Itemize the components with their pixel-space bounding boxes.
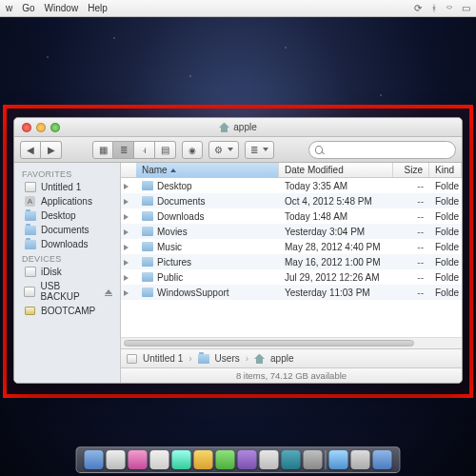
battery-icon[interactable]: ▭ <box>462 3 470 13</box>
table-row[interactable]: PublicJul 29, 2012 12:26 AM--Folde <box>121 269 462 285</box>
table-row[interactable]: DesktopToday 3:35 AM--Folde <box>121 178 462 193</box>
close-button[interactable] <box>22 123 31 132</box>
quicklook-button[interactable] <box>182 141 203 159</box>
disclosure-triangle-icon[interactable] <box>124 199 129 205</box>
menu-item[interactable]: w <box>6 3 12 13</box>
view-switcher: ▦ ≣ ⫞ ▤ <box>92 141 176 159</box>
column-size[interactable]: Size <box>393 163 429 177</box>
dock-item[interactable] <box>216 450 235 469</box>
back-button[interactable]: ◀ <box>20 141 41 159</box>
file-date: Oct 4, 2012 5:48 PM <box>279 196 393 207</box>
sidebar-heading-devices: DEVICES <box>14 251 120 265</box>
coverflow-view-button[interactable]: ▤ <box>155 141 176 159</box>
finder-window: apple ◀ ▶ ▦ ≣ ⫞ ▤ ≣ <box>13 117 463 384</box>
folder-icon <box>142 257 153 267</box>
disclosure-triangle-icon[interactable] <box>124 184 129 189</box>
path-segment[interactable]: Users <box>215 353 240 364</box>
file-date: Today 1:48 AM <box>279 211 393 222</box>
window-titlebar[interactable]: apple <box>14 118 462 137</box>
dock-item[interactable] <box>85 450 104 469</box>
menu-item[interactable]: Window <box>45 3 79 13</box>
sidebar-item[interactable]: BOOTCAMP <box>14 304 120 318</box>
bluetooth-icon[interactable]: ᚼ <box>431 3 437 13</box>
eject-icon[interactable] <box>105 289 112 294</box>
sidebar-item[interactable]: Documents <box>14 223 120 237</box>
table-row[interactable]: DownloadsToday 1:48 AM--Folde <box>121 208 462 224</box>
search-input[interactable] <box>327 145 449 155</box>
dock-item[interactable] <box>351 450 370 469</box>
folder-icon <box>25 211 36 221</box>
file-kind: Folde <box>429 196 462 207</box>
disclosure-triangle-icon[interactable] <box>124 260 129 266</box>
column-date[interactable]: Date Modified <box>279 163 393 177</box>
table-row[interactable]: MusicMay 28, 2012 4:40 PM--Folde <box>121 239 462 254</box>
dock-item[interactable] <box>150 450 169 469</box>
dock-item[interactable] <box>129 450 148 469</box>
sidebar-item[interactable]: Downloads <box>14 237 120 251</box>
file-date: Yesterday 3:04 PM <box>279 227 393 237</box>
wifi-icon[interactable]: ⌔ <box>446 3 452 13</box>
folder-icon <box>142 196 153 206</box>
dock-item[interactable] <box>172 450 191 469</box>
dock-item[interactable] <box>260 450 279 469</box>
column-view-button[interactable]: ⫞ <box>134 141 155 159</box>
file-size: -- <box>393 257 429 268</box>
horizontal-scrollbar[interactable] <box>121 337 462 348</box>
action-menu-button[interactable] <box>208 141 239 159</box>
file-date: May 16, 2012 1:00 PM <box>279 257 393 268</box>
table-row[interactable]: DocumentsOct 4, 2012 5:48 PM--Folde <box>121 193 462 208</box>
forward-button[interactable]: ▶ <box>41 141 62 159</box>
icon-view-button[interactable]: ▦ <box>92 141 113 159</box>
arrange-menu-button[interactable]: ≣ <box>245 141 274 159</box>
sidebar-item[interactable]: iDisk <box>14 265 120 279</box>
search-field[interactable] <box>308 141 456 159</box>
path-segment[interactable]: Untitled 1 <box>143 353 183 364</box>
drive-icon <box>25 307 35 315</box>
sidebar-item[interactable]: Desktop <box>14 208 120 223</box>
home-icon <box>219 123 229 132</box>
disclosure-triangle-icon[interactable] <box>124 214 129 220</box>
dock-item[interactable] <box>329 450 348 469</box>
zoom-button[interactable] <box>50 123 60 132</box>
table-row[interactable]: PicturesMay 16, 2012 1:00 PM--Folde <box>121 254 462 269</box>
nav-buttons: ◀ ▶ <box>20 141 62 159</box>
path-segment[interactable]: apple <box>270 353 293 364</box>
file-kind: Folde <box>429 257 462 268</box>
sidebar-item[interactable]: Applications <box>14 194 120 208</box>
table-row[interactable]: MoviesYesterday 3:04 PM--Folde <box>121 224 462 239</box>
column-name[interactable]: Name <box>136 163 279 177</box>
dock-item[interactable] <box>238 450 257 469</box>
menu-item[interactable]: Help <box>88 3 108 13</box>
folder-icon <box>142 242 153 251</box>
disclosure-triangle-icon[interactable] <box>124 229 129 235</box>
list-view-button[interactable]: ≣ <box>113 141 134 159</box>
dock-item[interactable] <box>194 450 213 469</box>
dock-item[interactable] <box>304 450 323 469</box>
finder-toolbar: ◀ ▶ ▦ ≣ ⫞ ▤ ≣ <box>14 137 462 163</box>
sidebar-item[interactable]: USB BACKUP <box>14 279 120 304</box>
chevron-down-icon <box>228 148 233 151</box>
dock-item[interactable] <box>107 450 126 469</box>
dock-item[interactable] <box>373 450 392 469</box>
sidebar-item[interactable]: Untitled 1 <box>14 180 120 194</box>
file-date: Today 3:35 AM <box>279 181 393 191</box>
search-icon <box>315 146 323 154</box>
dock-item[interactable] <box>282 450 301 469</box>
table-row[interactable]: WindowsSupportYesterday 11:03 PM--Folde <box>121 285 462 300</box>
disclosure-triangle-icon[interactable] <box>124 290 129 296</box>
file-date: Jul 29, 2012 12:26 AM <box>279 272 393 283</box>
disk-icon <box>24 287 35 297</box>
disclosure-triangle-icon[interactable] <box>124 275 129 281</box>
file-size: -- <box>393 196 429 207</box>
scrollbar-thumb[interactable] <box>124 340 414 347</box>
minimize-button[interactable] <box>36 123 46 132</box>
column-kind[interactable]: Kind <box>429 163 462 177</box>
file-name: Downloads <box>157 211 204 222</box>
file-name: Public <box>157 272 183 283</box>
file-kind: Folde <box>429 227 462 237</box>
file-kind: Folde <box>429 272 462 283</box>
path-bar: Untitled 1 › Users › apple <box>121 348 462 367</box>
menu-item[interactable]: Go <box>22 3 34 13</box>
disclosure-triangle-icon[interactable] <box>124 245 129 250</box>
sync-icon[interactable]: ⟳ <box>414 3 422 13</box>
